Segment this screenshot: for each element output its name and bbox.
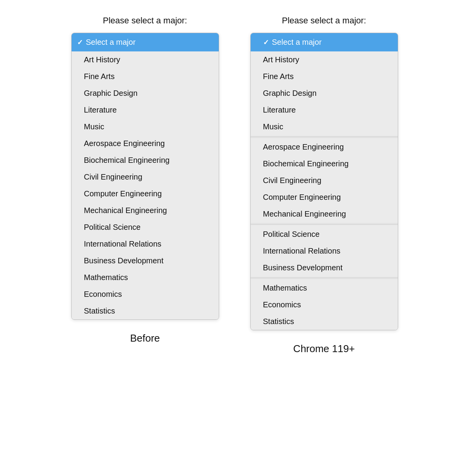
list-item[interactable]: Statistics [72, 303, 219, 319]
list-item[interactable]: Mechanical Engineering [72, 202, 219, 219]
demo-column-chrome119: Please select a major:✓Select a majorArt… [250, 16, 398, 355]
list-item[interactable]: Computer Engineering [251, 189, 398, 206]
select-label: Please select a major: [103, 16, 187, 26]
checkmark-icon: ✓ [77, 38, 83, 47]
select-label: Please select a major: [282, 16, 366, 26]
select-box-chrome119[interactable]: ✓Select a majorArt HistoryFine ArtsGraph… [250, 33, 398, 330]
selected-option[interactable]: ✓Select a major [72, 33, 219, 51]
demo-label-chrome119: Chrome 119+ [293, 343, 355, 355]
list-item[interactable]: Music [251, 118, 398, 135]
list-item[interactable]: Political Science [72, 219, 219, 236]
list-item[interactable]: Statistics [251, 313, 398, 330]
list-item[interactable]: Business Development [251, 259, 398, 276]
list-item[interactable]: Biochemical Engineering [72, 152, 219, 169]
group-divider [251, 278, 398, 278]
list-item[interactable]: Fine Arts [72, 68, 219, 85]
list-item[interactable]: International Relations [251, 243, 398, 259]
list-item[interactable]: Art History [72, 51, 219, 68]
list-item[interactable]: Economics [72, 286, 219, 303]
select-box-before[interactable]: ✓Select a majorArt HistoryFine ArtsGraph… [71, 33, 219, 320]
list-item[interactable]: Fine Arts [251, 68, 398, 85]
list-item[interactable]: Aerospace Engineering [251, 139, 398, 155]
group-divider [251, 224, 398, 224]
list-item[interactable]: Art History [251, 51, 398, 68]
demo-label-before: Before [130, 332, 160, 344]
selected-text: Select a major [86, 38, 136, 47]
list-item[interactable]: Mathematics [72, 269, 219, 286]
list-item[interactable]: Graphic Design [72, 85, 219, 102]
list-item[interactable]: Graphic Design [251, 85, 398, 102]
list-item[interactable]: Biochemical Engineering [251, 155, 398, 172]
list-item[interactable]: Civil Engineering [72, 169, 219, 185]
list-item[interactable]: Mathematics [251, 280, 398, 296]
list-item[interactable]: Aerospace Engineering [72, 135, 219, 152]
list-item[interactable]: Mechanical Engineering [251, 206, 398, 222]
selected-option[interactable]: ✓Select a major [251, 33, 398, 51]
list-item[interactable]: Music [72, 118, 219, 135]
group-divider [251, 137, 398, 137]
list-item[interactable]: Literature [251, 102, 398, 118]
selected-text: Select a major [272, 38, 322, 47]
list-item[interactable]: Literature [72, 102, 219, 118]
page-container: Please select a major:✓Select a majorArt… [8, 16, 461, 355]
list-item[interactable]: Political Science [251, 226, 398, 243]
list-item[interactable]: Civil Engineering [251, 172, 398, 189]
demo-column-before: Please select a major:✓Select a majorArt… [71, 16, 219, 344]
list-item[interactable]: Economics [251, 296, 398, 313]
list-item[interactable]: International Relations [72, 236, 219, 252]
list-item[interactable]: Business Development [72, 252, 219, 269]
list-item[interactable]: Computer Engineering [72, 185, 219, 202]
checkmark-icon: ✓ [263, 38, 269, 47]
